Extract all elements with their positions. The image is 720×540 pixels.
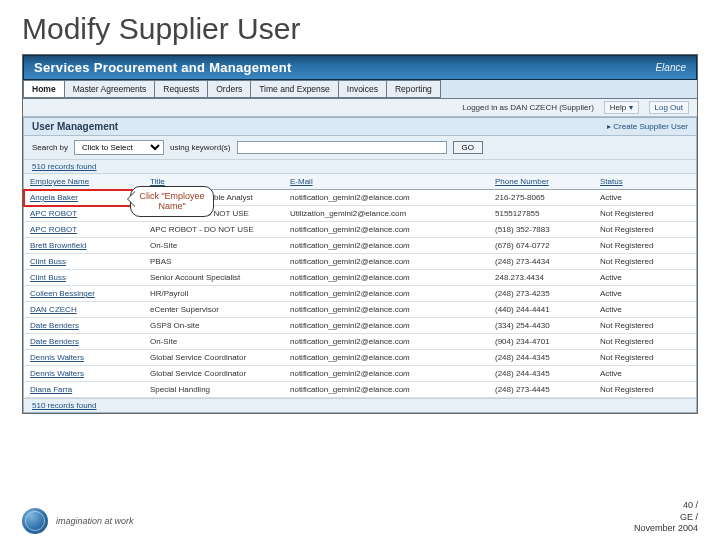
- tab-requests[interactable]: Requests: [154, 80, 208, 98]
- cell-email: notification_gemini2@elance.com: [284, 286, 489, 302]
- tab-orders[interactable]: Orders: [207, 80, 251, 98]
- cell-title: On-Site: [144, 238, 284, 254]
- cell-phone: 216-275-8065: [489, 190, 594, 206]
- employee-name-link[interactable]: Date Benders: [30, 321, 79, 330]
- cell-title: Senior Account Specialist: [144, 270, 284, 286]
- go-button[interactable]: GO: [453, 141, 483, 154]
- cell-email: notification_gemini2@elance.com: [284, 302, 489, 318]
- users-table: Employee Name Title E-Mail Phone Number …: [24, 174, 696, 398]
- cell-phone: (334) 254-4430: [489, 318, 594, 334]
- table-row: APC ROBOTAPC ROBOT - DO NOT USEnotificat…: [24, 222, 696, 238]
- tab-invoices[interactable]: Invoices: [338, 80, 387, 98]
- cell-phone: (518) 352-7883: [489, 222, 594, 238]
- cell-status: Active: [594, 366, 696, 382]
- cell-status: Not Registered: [594, 206, 696, 222]
- keywords-label: using keyword(s): [170, 143, 230, 152]
- employee-name-link[interactable]: Dennis Walters: [30, 369, 84, 378]
- ge-logo-icon: [22, 508, 48, 534]
- cell-phone: (248) 244-4345: [489, 366, 594, 382]
- table-row: Date BendersGSP8 On-sitenotification_gem…: [24, 318, 696, 334]
- col-employee-name[interactable]: Employee Name: [24, 174, 144, 190]
- panel-title: User Management: [32, 121, 118, 132]
- logged-in-label: Logged in as DAN CZECH (Supplier): [462, 103, 594, 112]
- cell-email: notification_gemini2@elance.com: [284, 270, 489, 286]
- cell-status: Not Registered: [594, 222, 696, 238]
- page-title: Modify Supplier User: [22, 12, 698, 46]
- table-row: APC ROBOTAPC ROBOT DO NOT USEUtilization…: [24, 206, 696, 222]
- table-row: DAN CZECHeCenter Supervisornotification_…: [24, 302, 696, 318]
- employee-name-link[interactable]: Date Benders: [30, 337, 79, 346]
- page-number: 40 /: [634, 500, 698, 511]
- employee-name-link[interactable]: DAN CZECH: [30, 305, 77, 314]
- cell-email: notification_gemini2@elance.com: [284, 382, 489, 398]
- cell-email: notification_gemini2@elance.com: [284, 366, 489, 382]
- vendor-name: Elance: [655, 62, 686, 73]
- tab-time-expense[interactable]: Time and Expense: [250, 80, 339, 98]
- cell-status: Active: [594, 190, 696, 206]
- logout-link[interactable]: Log Out: [649, 101, 689, 114]
- cell-status: Not Registered: [594, 350, 696, 366]
- search-input[interactable]: [237, 141, 447, 154]
- tabs: Home Master Agreements Requests Orders T…: [23, 80, 697, 99]
- cell-email: notification_gemini2@elance.com: [284, 238, 489, 254]
- help-link[interactable]: Help ▾: [604, 101, 639, 114]
- cell-title: On-Site: [144, 334, 284, 350]
- table-row: Dennis WaltersGlobal Service Coordinator…: [24, 366, 696, 382]
- cell-title: eCenter Supervisor: [144, 302, 284, 318]
- records-found-bottom: 510 records found: [24, 398, 696, 412]
- employee-name-link[interactable]: APC ROBOT: [30, 225, 77, 234]
- cell-title: Special Handling: [144, 382, 284, 398]
- cell-phone: (440) 244-4441: [489, 302, 594, 318]
- cell-title: PBAS: [144, 254, 284, 270]
- cell-email: notification_gemini2@elance.com: [284, 318, 489, 334]
- search-row: Search by Click to Select using keyword(…: [24, 136, 696, 160]
- employee-name-link[interactable]: Colleen Bessinger: [30, 289, 95, 298]
- search-by-select[interactable]: Click to Select: [74, 140, 164, 155]
- col-email[interactable]: E-Mail: [284, 174, 489, 190]
- org-label: GE /: [634, 512, 698, 523]
- cell-phone: (248) 244-4345: [489, 350, 594, 366]
- cell-status: Not Registered: [594, 254, 696, 270]
- cell-phone: (248) 273-4434: [489, 254, 594, 270]
- tab-master-agreements[interactable]: Master Agreements: [64, 80, 156, 98]
- col-phone[interactable]: Phone Number: [489, 174, 594, 190]
- tab-reporting[interactable]: Reporting: [386, 80, 441, 98]
- cell-phone: (248) 273-4235: [489, 286, 594, 302]
- employee-name-link[interactable]: Brett Brownfield: [30, 241, 86, 250]
- cell-email: notification_gemini2@elance.com: [284, 254, 489, 270]
- cell-title: HR/Payroll: [144, 286, 284, 302]
- app-name: Services Procurement and Management: [34, 60, 292, 75]
- cell-title: Global Service Coordinator: [144, 366, 284, 382]
- tab-home[interactable]: Home: [23, 80, 65, 98]
- table-row: Diana FarraSpecial Handlingnotification_…: [24, 382, 696, 398]
- cell-title: GSP8 On-site: [144, 318, 284, 334]
- cell-email: Utilization_gemini2@elance.com: [284, 206, 489, 222]
- cell-status: Not Registered: [594, 334, 696, 350]
- employee-name-link[interactable]: Dennis Walters: [30, 353, 84, 362]
- cell-status: Active: [594, 286, 696, 302]
- employee-name-link[interactable]: APC ROBOT: [30, 209, 77, 218]
- cell-phone: 248.273.4434: [489, 270, 594, 286]
- cell-status: Not Registered: [594, 382, 696, 398]
- user-management-panel: User Management Create Supplier User Sea…: [23, 117, 697, 413]
- app-screenshot: Services Procurement and Management Elan…: [22, 54, 698, 414]
- cell-email: notification_gemini2@elance.com: [284, 222, 489, 238]
- cell-phone: 5155127855: [489, 206, 594, 222]
- create-supplier-user-link[interactable]: Create Supplier User: [607, 122, 688, 131]
- cell-status: Active: [594, 302, 696, 318]
- col-status[interactable]: Status: [594, 174, 696, 190]
- cell-email: notification_gemini2@elance.com: [284, 334, 489, 350]
- employee-name-link[interactable]: Angela Baker: [30, 193, 78, 202]
- date-label: November 2004: [634, 523, 698, 534]
- slide-footer: imagination at work 40 / GE / November 2…: [22, 500, 698, 534]
- brand-bar: Services Procurement and Management Elan…: [23, 55, 697, 80]
- employee-name-link[interactable]: Clint Buss: [30, 257, 66, 266]
- employee-name-link[interactable]: Diana Farra: [30, 385, 72, 394]
- table-row: Date BendersOn-Sitenotification_gemini2@…: [24, 334, 696, 350]
- table-row: Brett BrownfieldOn-Sitenotification_gemi…: [24, 238, 696, 254]
- cell-title: Global Service Coordinator: [144, 350, 284, 366]
- tagline: imagination at work: [56, 516, 134, 526]
- cell-title: APC ROBOT - DO NOT USE: [144, 222, 284, 238]
- search-label: Search by: [32, 143, 68, 152]
- employee-name-link[interactable]: Clint Buss: [30, 273, 66, 282]
